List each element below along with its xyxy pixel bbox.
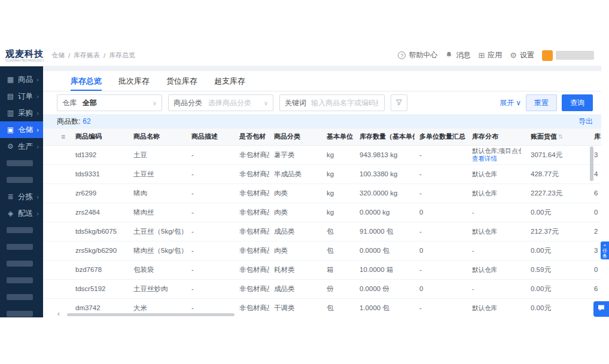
cell-multi: 0 (415, 241, 467, 260)
sidebar-item-orders[interactable]: ▤ 订单 › (0, 88, 43, 105)
cell-partial: 3 (589, 241, 601, 260)
sidebar-item-redacted[interactable] (0, 172, 43, 188)
sidebar-item-redacted[interactable] (0, 255, 43, 272)
cell-name: 土豆 (129, 145, 187, 164)
col-unit: 基本单位 (322, 129, 355, 145)
cell-partial: 0 (589, 203, 601, 222)
tab-batch-inventory[interactable]: 批次库存 (118, 71, 150, 91)
category-select[interactable]: 商品分类 选择商品分类 ∨ (168, 94, 273, 111)
brand-name: 观麦科技 (5, 49, 43, 59)
cell-qty: 0.0000 份 (355, 279, 415, 298)
cell-desc: - (187, 260, 235, 279)
task-panel-tab[interactable]: « 任务 (601, 241, 609, 259)
table-row: tds5kg/b6075 土豆丝（5kg/包） - 非包材商品 成品类 包 91… (43, 222, 601, 241)
table-row: dm3742 大米 - 非包材商品 干调类 包 1.0000 包 - 默认仓库 (43, 298, 601, 313)
tab-inventory-overview[interactable]: 库存总览 (71, 71, 102, 91)
sidebar-item-products[interactable]: ▦ 商品 › (0, 71, 43, 88)
messages-button[interactable]: 消息 (445, 50, 470, 60)
cell-packaging: 非包材商品 (235, 298, 269, 313)
warehouse-icon: ▣ (7, 126, 14, 134)
tab-slot-inventory[interactable]: 货位库存 (166, 71, 197, 91)
horizontal-scrollbar-thumb[interactable] (67, 313, 235, 316)
product-count-value: 62 (83, 117, 90, 126)
sidebar-item-purchase[interactable]: ▥ 采购 › (0, 105, 43, 121)
sidebar-item-redacted[interactable] (0, 222, 43, 238)
keyword-field[interactable]: 关键词 (279, 94, 385, 111)
chevron-right-icon: › (36, 93, 39, 100)
cell-multi: - (415, 222, 467, 241)
warehouse-select[interactable]: 仓库 全部 ∨ (57, 94, 162, 111)
cell-unit: kg (322, 203, 355, 222)
sidebar-item-redacted[interactable] (0, 272, 43, 289)
sidebar-item-sorting[interactable]: ≣ 分拣 › (0, 188, 43, 205)
cell-category: 肉类 (269, 183, 322, 203)
settings-label: 设置 (520, 50, 534, 60)
cell-name: 大米 (129, 298, 187, 313)
filter-funnel-button[interactable] (391, 94, 407, 111)
avatar (542, 50, 553, 61)
sidebar-item-warehouse[interactable]: ▣ 仓储 › (0, 121, 43, 138)
cell-distribution: 默认仓库 (467, 183, 526, 203)
cell-category: 肉类 (269, 203, 322, 222)
cell-unit: kg (322, 164, 355, 183)
warehouse-label: 仓库 (62, 98, 77, 108)
breadcrumb-separator: / (68, 52, 70, 59)
sidebar-item-redacted[interactable] (0, 155, 43, 172)
help-center-button[interactable]: ? 帮助中心 (398, 50, 437, 60)
cell-distribution: - (467, 241, 526, 260)
sidebar-item-redacted[interactable] (0, 238, 43, 255)
cell-name: 土豆丝（5kg/包） (129, 222, 187, 241)
cell-value: 0.00元 (526, 298, 589, 313)
settings-button[interactable]: ⚙ 设置 (510, 50, 534, 60)
expand-link[interactable]: 展开 ∨ (500, 98, 521, 108)
cell-unit: kg (322, 145, 355, 164)
orders-icon: ▤ (7, 92, 14, 100)
breadcrumb-warehouse[interactable]: 仓储 (51, 51, 65, 60)
column-settings-icon[interactable]: ≡ (61, 133, 65, 141)
view-details-link[interactable]: 查看详情 (472, 155, 521, 163)
col-partial: 库 (589, 129, 601, 145)
sidebar-item-production[interactable]: ⚙ 生产 › (0, 138, 43, 155)
screenshot-canvas: 观麦科技 GUANMAITECHNOLOGY 仓储 / 库存账表 / 库存总览 … (0, 0, 609, 364)
cell-value: 2227.23元 (526, 183, 589, 203)
export-link[interactable]: 导出 (578, 117, 593, 127)
tab-overdraft-inventory[interactable]: 超支库存 (214, 71, 245, 91)
funnel-icon (395, 97, 403, 108)
sort-icon[interactable]: ⇅ (558, 133, 563, 140)
cell-desc: - (187, 279, 235, 298)
sidebar-item-redacted[interactable] (0, 305, 43, 317)
customer-service-button[interactable] (593, 301, 609, 317)
production-icon: ⚙ (7, 142, 14, 151)
breadcrumb-ledger[interactable]: 库存账表 (74, 51, 100, 60)
scroll-left-arrow[interactable]: ‹ (57, 311, 60, 317)
sidebar-item-label: 配送 (18, 209, 33, 219)
col-name: 商品名称 (129, 129, 187, 145)
cell-value: 3071.64元 (526, 145, 589, 164)
sidebar-item-redacted[interactable] (0, 289, 43, 305)
task-tab-label: 任务 (601, 248, 609, 259)
filter-bar: 仓库 全部 ∨ 商品分类 选择商品分类 ∨ 关键词 (43, 91, 601, 114)
cell-distribution: 默认仓库;项目点仓库 查看详情 (467, 145, 526, 164)
apps-button[interactable]: ⊞ 应用 (478, 50, 502, 60)
cell-multi: - (415, 183, 467, 203)
keyword-label: 关键词 (285, 98, 306, 108)
cell-unit: 份 (322, 279, 355, 298)
messages-label: 消息 (456, 50, 470, 60)
cell-distribution: 默认仓库 (467, 260, 526, 279)
topbar: 观麦科技 GUANMAITECHNOLOGY 仓储 / 库存账表 / 库存总览 … (0, 45, 601, 66)
reset-button[interactable]: 重置 (526, 94, 557, 111)
keyword-input[interactable] (311, 99, 378, 107)
sidebar-item-delivery[interactable]: ◈ 配送 › (0, 205, 43, 222)
user-account[interactable] (542, 50, 594, 61)
vertical-scrollbar-thumb[interactable] (590, 146, 593, 181)
cell-distribution: 默认仓库 (467, 298, 526, 313)
table-row: tdscr5192 土豆丝炒肉 - 非包材商品 成品类 份 0.0000 份 0… (43, 279, 601, 298)
sorting-icon: ≣ (7, 192, 14, 201)
cell-qty: 0.0000 包 (355, 241, 415, 260)
search-button[interactable]: 查询 (562, 94, 593, 111)
cell-unit: 箱 (322, 260, 355, 279)
chevron-right-icon: › (36, 210, 39, 217)
main-area: 库存总览 批次库存 货位库存 超支库存 仓库 全部 ∨ 商品分类 选择商品分类 … (43, 66, 601, 317)
product-count-label: 商品数: (57, 117, 80, 127)
cell-multi: 0 (415, 279, 467, 298)
